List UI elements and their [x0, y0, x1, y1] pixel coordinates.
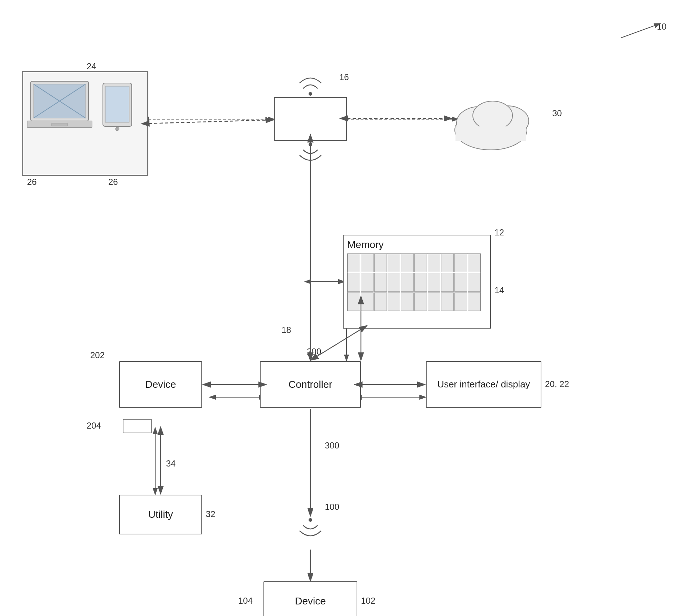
ref-204-label: 204 — [87, 421, 101, 431]
wifi-signal-controller-bottom — [296, 516, 325, 549]
svg-point-34 — [309, 518, 312, 522]
svg-rect-24 — [105, 86, 129, 122]
device-left-box: Device — [119, 361, 202, 408]
controller-label: Controller — [288, 379, 332, 390]
svg-line-15 — [621, 23, 660, 38]
svg-point-31 — [473, 101, 513, 130]
tablet-illustration — [101, 81, 137, 161]
ref-104-label: 104 — [238, 596, 253, 606]
utility-label: Utility — [148, 509, 173, 520]
ref-34-label: 34 — [166, 459, 176, 469]
svg-rect-32 — [455, 126, 526, 141]
ui-label: User interface/ display — [437, 378, 530, 391]
device-bottom-label: Device — [295, 595, 326, 607]
user-interface-box: User interface/ display — [426, 361, 541, 408]
svg-rect-21 — [52, 123, 67, 126]
laptop-illustration — [27, 78, 99, 164]
diagram-container: 16 10 24 26 26 — [0, 0, 689, 616]
ref-18-label: 18 — [282, 325, 291, 335]
device-bottom-box: Device — [263, 581, 357, 616]
ref-100-label: 100 — [325, 502, 339, 512]
router-box — [274, 97, 346, 141]
ref-14-label: 14 — [494, 285, 504, 295]
memory-label: Memory — [347, 239, 487, 251]
ref-16-label: 16 — [339, 72, 349, 82]
memory-grid — [347, 253, 481, 311]
ref-10-arrow — [614, 14, 671, 43]
wifi-signal-top — [296, 65, 325, 97]
svg-point-26 — [309, 92, 312, 96]
ref-32-label: 32 — [206, 509, 215, 519]
ref-26-tablet-label: 26 — [108, 177, 118, 187]
ref-200-label: 200 — [307, 347, 321, 357]
svg-point-27 — [309, 143, 312, 146]
ref-30-label: 30 — [552, 108, 562, 118]
svg-line-37 — [149, 120, 274, 123]
wifi-signal-bottom — [296, 141, 325, 173]
ref-12-label: 12 — [494, 227, 504, 238]
device-sub-element — [123, 419, 152, 433]
utility-box: Utility — [119, 495, 202, 534]
ref-24-label: 24 — [87, 61, 96, 71]
ref-26-laptop-label: 26 — [27, 177, 37, 187]
cloud-shape — [451, 87, 552, 152]
controller-box: Controller — [260, 361, 361, 408]
memory-box: Memory — [343, 235, 491, 329]
svg-point-25 — [115, 127, 119, 131]
ref-300-label: 300 — [325, 441, 339, 451]
ref-102-label: 102 — [361, 596, 375, 606]
ref-20-22-label: 20, 22 — [545, 379, 569, 389]
device-left-label: Device — [145, 379, 176, 390]
ref-202-label: 202 — [90, 350, 105, 360]
